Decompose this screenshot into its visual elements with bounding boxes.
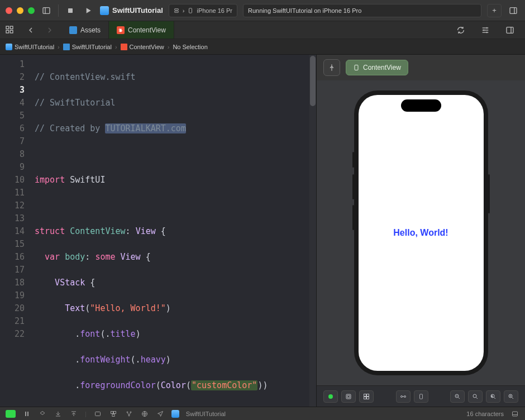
pause-icon[interactable] [22, 409, 31, 418]
code-content[interactable]: // ContentView.swift // SwiftTutorial //… [30, 55, 316, 407]
minimize-window-button[interactable] [17, 7, 23, 14]
debug-location-icon[interactable] [156, 409, 165, 418]
zoom-actual-button[interactable]: 1 [486, 390, 500, 403]
breadcrumb: SwiftUITutorial › SwiftUITutorial › Cont… [0, 39, 525, 55]
left-sidebar-toggle-icon[interactable] [40, 4, 52, 17]
toggle-bottom-panel-icon[interactable] [510, 409, 519, 418]
svg-rect-50 [111, 411, 113, 413]
debug-env-icon[interactable] [140, 409, 149, 418]
svg-rect-5 [189, 8, 192, 12]
breadcrumb-segment[interactable]: No Selection [173, 44, 207, 50]
live-preview-button[interactable] [323, 390, 338, 403]
stop-button-icon[interactable] [64, 4, 77, 17]
swift-file-icon [117, 26, 125, 34]
tab-label: Assets [80, 26, 101, 34]
right-sidebar-toggle-icon[interactable] [507, 4, 519, 17]
character-count: 16 characters [466, 411, 504, 417]
app-icon [100, 6, 109, 15]
svg-rect-24 [367, 394, 369, 396]
breadcrumb-segment[interactable]: ContentView [130, 44, 164, 50]
variants-preview-button[interactable] [359, 390, 374, 403]
svg-rect-52 [112, 414, 114, 416]
iphone-icon [188, 7, 193, 15]
breadcrumb-segment[interactable]: SwiftUITutorial [15, 44, 54, 50]
svg-rect-4 [174, 11, 178, 12]
svg-point-27 [400, 395, 402, 397]
tabbar: Assets ContentView [0, 21, 525, 39]
app-icon [171, 410, 179, 418]
svg-rect-11 [10, 30, 13, 33]
svg-rect-23 [364, 394, 366, 396]
preview-toolbar: 1 [317, 385, 525, 407]
svg-point-53 [127, 412, 128, 413]
status-text: Running SwiftUITutorial on iPhone 16 Pro [248, 7, 361, 14]
app-icon [6, 44, 12, 50]
preview-target-pill[interactable]: ContentView [346, 60, 408, 75]
tab-assets[interactable]: Assets [61, 21, 109, 39]
container-icon [353, 64, 360, 71]
step-over-icon[interactable] [54, 409, 63, 418]
debug-project-name[interactable]: SwiftUITutorial [186, 411, 226, 417]
dynamic-island [401, 99, 441, 112]
svg-line-35 [476, 397, 478, 399]
zoom-in-button[interactable] [504, 390, 518, 403]
debug-view-icon[interactable] [93, 409, 102, 418]
sync-icon[interactable] [455, 24, 467, 36]
preview-target-label: ContentView [363, 64, 401, 71]
run-button-icon[interactable] [82, 4, 94, 17]
swift-file-icon [121, 44, 127, 50]
scrollbar-thumb[interactable] [310, 56, 316, 106]
svg-point-54 [130, 412, 131, 413]
pin-preview-button[interactable] [323, 59, 340, 76]
svg-rect-25 [364, 397, 366, 399]
svg-rect-49 [95, 412, 100, 416]
selectable-preview-button[interactable] [341, 390, 356, 403]
close-window-button[interactable] [6, 7, 12, 14]
device-list-icon [174, 8, 179, 13]
svg-point-55 [128, 415, 130, 416]
run-status-indicator[interactable] [6, 410, 16, 418]
svg-rect-2 [68, 8, 73, 13]
svg-point-34 [473, 394, 476, 398]
scheme-selector[interactable]: SwiftUITutorial [100, 6, 163, 15]
debug-hierarchy-icon[interactable] [125, 409, 133, 418]
preview-text: Hello, World! [393, 228, 448, 238]
debug-memory-icon[interactable] [109, 409, 118, 418]
fullscreen-window-button[interactable] [28, 7, 35, 14]
line-gutter: 1 2 3 4 5 6 7 8 9 10 11 12 13 14 15 16 1… [0, 55, 30, 407]
phone-screen: Hello, World! [359, 95, 484, 371]
svg-rect-43 [25, 412, 26, 416]
debug-icon[interactable] [38, 409, 47, 418]
device-name: iPhone 16 Pr [197, 7, 232, 14]
preview-header: ContentView [317, 55, 525, 80]
zoom-out-button[interactable] [450, 390, 465, 403]
breadcrumb-segment[interactable]: SwiftUITutorial [72, 44, 112, 50]
preview-pane: ContentView Hello, World! [316, 55, 525, 407]
assets-icon [69, 26, 77, 34]
related-items-icon[interactable] [3, 23, 16, 36]
run-destination-selector[interactable]: › iPhone 16 Pr [169, 4, 237, 17]
activity-status[interactable]: Running SwiftUITutorial on iPhone 16 Pro [243, 4, 481, 17]
editor-layout-icon[interactable] [504, 24, 516, 36]
preview-canvas[interactable]: Hello, World! [317, 80, 525, 385]
code-editor[interactable]: 1 2 3 4 5 6 7 8 9 10 11 12 13 14 15 16 1… [0, 55, 316, 407]
tab-label: ContentView [128, 26, 166, 34]
zoom-fit-button[interactable] [468, 390, 483, 403]
history-nav [21, 21, 59, 39]
svg-rect-30 [419, 394, 422, 398]
svg-line-37 [494, 397, 496, 399]
svg-rect-57 [513, 412, 518, 416]
device-settings-button[interactable] [396, 390, 411, 403]
svg-point-28 [404, 395, 405, 397]
step-into-icon[interactable] [69, 409, 78, 418]
svg-rect-9 [10, 26, 13, 29]
nav-forward-icon[interactable] [44, 24, 56, 36]
nav-back-icon[interactable] [25, 24, 37, 36]
add-button[interactable]: + [487, 4, 502, 17]
tab-contentview[interactable]: ContentView [109, 21, 174, 39]
preview-device-button[interactable] [414, 390, 428, 403]
separator [58, 4, 59, 17]
editor-scrollbar[interactable] [309, 55, 316, 407]
adjust-editor-options-icon[interactable] [479, 24, 491, 36]
phone-power-button [488, 174, 490, 213]
